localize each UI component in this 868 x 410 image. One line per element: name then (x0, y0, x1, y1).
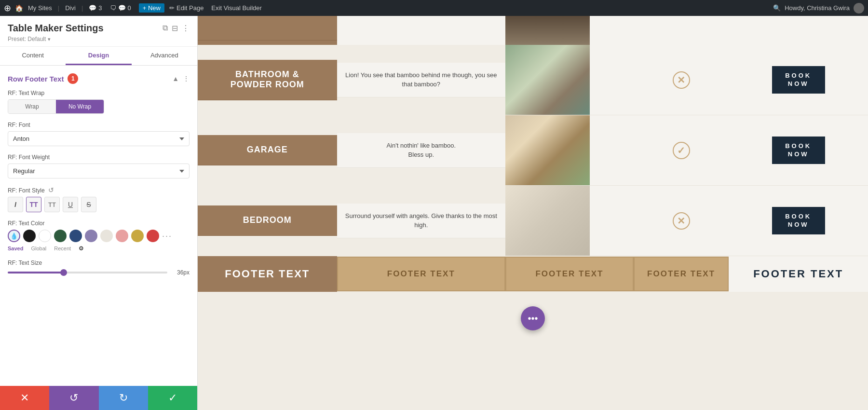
color-settings-icon[interactable]: ⚙ (79, 245, 84, 252)
preset-label[interactable]: Preset: Default ▾ (8, 36, 190, 42)
panel-title: Table Maker Settings (8, 23, 104, 34)
text-wrap-field: RF: Text Wrap Wrap No Wrap (8, 90, 190, 114)
font-select[interactable]: Anton Arial Georgia (8, 131, 190, 146)
color-dark-green[interactable] (54, 230, 67, 242)
img-garage (505, 115, 590, 185)
room-garage: GARAGE (198, 135, 337, 165)
status-x-bedroom: ✕ (673, 212, 690, 230)
redo-button[interactable]: ↻ (99, 386, 148, 410)
canvas: BATHROOM &POWDER ROOM Lion! You see that… (198, 16, 868, 410)
topbar-exit-builder[interactable]: Exit Visual Builder (208, 4, 265, 12)
section-header: Row Footer Text 1 ▲ ⋮ (8, 73, 190, 84)
color-more-button[interactable]: ··· (162, 231, 172, 241)
panel-tabs: Content Design Advanced (0, 47, 197, 66)
undo-button[interactable]: ↺ (49, 386, 98, 410)
expand-icon[interactable]: ⊟ (172, 24, 178, 33)
table-row: BEDROOM Surround yourself with angels. G… (198, 186, 868, 256)
footer-col5: FOOTER TEXT (729, 256, 868, 292)
footer-col1: FOOTER TEXT (198, 256, 337, 292)
save-button[interactable]: ✓ (148, 386, 197, 410)
font-weight-field: RF: Font Weight Regular Bold Light (8, 154, 190, 178)
font-style-row: I TT TT U S (8, 197, 190, 212)
font-style-label: RF: Font Style ↺ (8, 186, 190, 194)
color-navy[interactable] (69, 230, 82, 242)
panel-header: Table Maker Settings ⧉ ⊟ ⋮ Preset: Defau… (0, 16, 197, 47)
topbar-new-button[interactable]: + New (139, 3, 164, 13)
no-wrap-button[interactable]: No Wrap (56, 100, 104, 113)
cancel-button[interactable]: ✕ (0, 386, 49, 410)
reset-font-style-icon[interactable]: ↺ (48, 186, 54, 194)
table-row-top (198, 16, 868, 45)
color-tab-global[interactable]: Global (31, 246, 46, 251)
panel-title-icons: ⧉ ⊟ ⋮ (163, 24, 190, 33)
wp-icon[interactable]: ⊕ (4, 3, 11, 14)
book-bedroom[interactable]: BOOKNOW (772, 207, 825, 235)
more-icon[interactable]: ⋮ (182, 24, 190, 33)
text-wrap-toggle: Wrap No Wrap (8, 99, 104, 114)
color-light-gray[interactable] (100, 230, 113, 242)
status-x-bathroom: ✕ (673, 71, 690, 89)
underline-button[interactable]: U (63, 197, 78, 212)
tab-advanced[interactable]: Advanced (132, 47, 197, 65)
slider-thumb[interactable] (60, 269, 67, 276)
slider-value: 36px (172, 269, 190, 276)
font-weight-select[interactable]: Regular Bold Light (8, 164, 190, 178)
color-white[interactable] (39, 230, 51, 242)
topbar-my-sites[interactable]: My Sites (25, 4, 55, 12)
font-label: RF: Font (8, 122, 190, 128)
color-swatches: 💧 ··· (8, 230, 190, 242)
wrap-button[interactable]: Wrap (8, 100, 56, 113)
strikethrough-button[interactable]: S (81, 197, 96, 212)
bold-button[interactable]: TT (26, 197, 41, 212)
minimize-icon[interactable]: ⧉ (163, 24, 168, 33)
topbar-search-icon[interactable]: 🔍 (773, 4, 781, 12)
eyedropper-swatch[interactable]: 💧 (8, 230, 20, 242)
slider-row: 36px (8, 269, 190, 276)
color-tab-saved[interactable]: Saved (8, 246, 23, 251)
color-pink[interactable] (116, 230, 128, 242)
table-row: BATHROOM &POWDER ROOM Lion! You see that… (198, 45, 868, 115)
text-wrap-label: RF: Text Wrap (8, 90, 190, 96)
topbar-howdy: Howdy, Christina Gwira (785, 4, 850, 12)
topbar-divi[interactable]: Divi (62, 4, 79, 12)
italic-button[interactable]: I (8, 197, 23, 212)
color-tabs: Saved Global Recent (8, 246, 71, 251)
img-bedroom (505, 186, 590, 256)
desc-bathroom: Lion! You see that bamboo behind me thou… (337, 63, 505, 97)
footer-col3: FOOTER TEXT (505, 257, 634, 291)
float-action-button[interactable]: ••• (521, 306, 545, 330)
font-style-field: RF: Font Style ↺ I TT TT U S (8, 186, 190, 212)
color-red[interactable] (147, 230, 159, 242)
footer-row: FOOTER TEXT FOOTER TEXT FOOTER TEXT FOOT… (198, 256, 868, 292)
topbar-house-icon[interactable]: 🏠 (15, 4, 23, 12)
desc-garage: Ain't nothin' like bamboo.Bless up. (337, 133, 505, 168)
topbar-comment-count[interactable]: 🗨 💬 0 (107, 4, 134, 12)
panel-body: Row Footer Text 1 ▲ ⋮ RF: Text Wrap Wrap… (0, 66, 197, 386)
text-color-field: RF: Text Color 💧 ··· Saved (8, 220, 190, 252)
footer-col4: FOOTER TEXT (634, 257, 729, 291)
book-garage[interactable]: BOOKNOW (772, 137, 825, 164)
thin-button[interactable]: TT (44, 197, 60, 212)
topbar-edit-page[interactable]: ✏ Edit Page (166, 4, 206, 12)
text-size-field: RF: Text Size 36px (8, 260, 190, 276)
topbar: ⊕ 🏠 My Sites | Divi | 💬 3 🗨 💬 0 + New ✏ … (0, 0, 868, 16)
table-container: BATHROOM &POWDER ROOM Lion! You see that… (198, 16, 868, 292)
color-gold[interactable] (131, 230, 144, 242)
book-bathroom[interactable]: BOOKNOW (772, 66, 825, 94)
slider-track (8, 272, 167, 273)
table-row: GARAGE Ain't nothin' like bamboo.Bless u… (198, 115, 868, 186)
color-lavender[interactable] (85, 230, 97, 242)
topbar-avatar (854, 3, 864, 14)
section-more-icon[interactable]: ⋮ (183, 75, 190, 82)
section-title: Row Footer Text (8, 75, 64, 83)
font-weight-label: RF: Font Weight (8, 154, 190, 161)
color-tab-recent[interactable]: Recent (54, 246, 71, 251)
color-black[interactable] (23, 230, 36, 242)
tab-design[interactable]: Design (66, 47, 131, 65)
section-collapse-icon[interactable]: ▲ (172, 75, 179, 82)
font-field: RF: Font Anton Arial Georgia (8, 122, 190, 146)
tab-content[interactable]: Content (0, 47, 66, 65)
topbar-comments-icon[interactable]: 💬 3 (86, 4, 105, 12)
text-size-label: RF: Text Size (8, 260, 190, 266)
room-bedroom: BEDROOM (198, 205, 337, 236)
